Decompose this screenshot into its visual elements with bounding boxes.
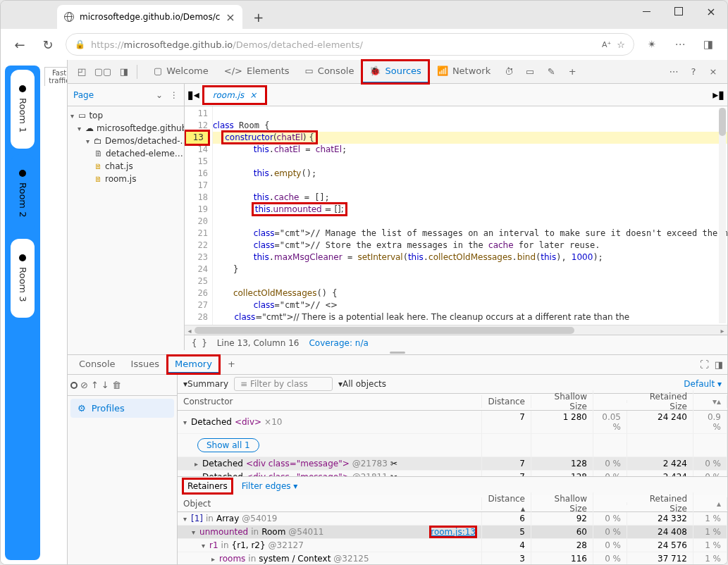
tab-elements[interactable]: </> Elements [217, 61, 297, 83]
url-bar: ← ↻ 🔒 https://microsoftedge.github.io/De… [1, 29, 727, 60]
back-button[interactable]: ← [9, 34, 30, 55]
col-retained[interactable]: Retained Size [627, 390, 693, 413]
favorite-icon[interactable]: ☆ [617, 39, 625, 50]
editor-tab-roomjs[interactable]: room.js × [204, 87, 266, 104]
device-icon[interactable]: ▢▢ [93, 62, 113, 82]
chevron-down-icon[interactable]: ⌄ [156, 90, 163, 100]
new-tab-button[interactable]: + [248, 6, 269, 27]
css-overview-icon[interactable]: ✎ [541, 62, 561, 82]
retainers-body: [1] in Array @54019 6 920 % 24 3321 %unm… [178, 512, 727, 565]
toggle-right-icon[interactable]: ▸▮ [712, 88, 724, 101]
drawer-tab-issues[interactable]: Issues [124, 356, 166, 373]
more-tools-icon[interactable]: ⋯ [664, 62, 684, 82]
show-all-button[interactable]: Show all 1 [197, 438, 259, 452]
sources-sidebar: Page ⌄⋮ ▭ top ☁ microsoftedge.github… 🗀 … [68, 84, 185, 350]
profiles-button[interactable]: ⚙ Profiles [70, 399, 174, 418]
close-icon[interactable]: × [249, 90, 257, 100]
close-window-button[interactable]: × [695, 1, 727, 22]
lock-icon: 🔒 [75, 39, 85, 49]
reader-icon[interactable]: A⁺ [602, 40, 611, 49]
inspect-icon[interactable]: ◰ [72, 62, 92, 82]
row-detached-div[interactable]: Detached <div> ×10 7 1 2800.05 % 24 2400… [178, 411, 727, 434]
room-1-button[interactable]: Room 1 [11, 70, 35, 149]
room-2-button[interactable]: Room 2 [11, 154, 35, 233]
tab-console[interactable]: ▭ Console [298, 61, 362, 83]
dock-icon[interactable]: ◨ [114, 62, 134, 82]
expand-icon[interactable]: ⛶ [700, 359, 709, 370]
refresh-button[interactable]: ↻ [37, 34, 58, 55]
dock-side-icon[interactable]: ◨ [715, 359, 723, 370]
sliders-icon: ⚙ [78, 403, 86, 414]
application-icon[interactable]: ▭ [520, 62, 540, 82]
scrollbar-h[interactable]: ◂ ▸ [185, 325, 727, 335]
close-icon[interactable]: × [226, 11, 235, 24]
scrollbar-v[interactable] [719, 108, 726, 323]
toggle-nav-icon[interactable]: ▮◂ [187, 88, 199, 101]
drawer-tab-strip: Console Issues Memory + ⛶ ◨ [68, 355, 727, 375]
kebab-icon[interactable]: ⋮ [170, 90, 178, 100]
tree-file-html[interactable]: 🗎 detached-eleme… [69, 147, 183, 160]
col-constructor[interactable]: Constructor [178, 395, 482, 408]
address-field[interactable]: 🔒 https://microsoftedge.github.io/Demos/… [66, 33, 634, 56]
row-detached-msg-2[interactable]: Detached <div class="message"> @21811 ✂ … [178, 471, 727, 476]
code-view[interactable]: 11 12 13 14 15 16 17 18 19 20 21 22 23 2… [185, 106, 727, 325]
retainers-panel: Retainers Filter edges ▾ Object Distance… [178, 476, 727, 565]
gc-icon[interactable]: 🗑 [112, 380, 121, 390]
filter-input[interactable]: ≡ Filter by class [234, 377, 333, 391]
minimize-button[interactable] [630, 1, 662, 22]
scroll-right-icon[interactable]: ▸ [717, 325, 727, 335]
more-icon[interactable]: ⋯ [670, 34, 691, 55]
col-retained2[interactable]: Retained Size [627, 492, 693, 515]
cursor-position: Line 13, Column 16 [217, 338, 300, 348]
tab-welcome[interactable]: ▢ Welcome [147, 61, 216, 83]
close-devtools-icon[interactable]: × [703, 62, 723, 82]
filter-edges[interactable]: Filter edges ▾ [242, 481, 298, 491]
dot-icon [19, 254, 26, 261]
tree-top[interactable]: ▭ top [69, 109, 183, 122]
extensions-icon[interactable]: ✴ [641, 34, 662, 55]
scroll-left-icon[interactable]: ◂ [185, 325, 195, 335]
col-shallow2[interactable]: Shallow Size [531, 492, 593, 515]
maximize-button[interactable] [662, 1, 695, 22]
load-icon[interactable]: ↑ [91, 380, 99, 390]
row-detached-msg-1[interactable]: Detached <div class="message"> @21783 ✂ … [178, 457, 727, 471]
memory-sidebar: ⊘ ↑ ↓ 🗑 ⚙ Profiles [68, 375, 178, 565]
retainers-tab[interactable]: Retainers [183, 479, 232, 493]
default-dropdown[interactable]: Default ▾ [684, 379, 722, 389]
tree-host[interactable]: ☁ microsoftedge.github… [69, 122, 183, 135]
room-3-button[interactable]: Room 3 [11, 239, 35, 318]
file-tree: ▭ top ☁ microsoftedge.github… 🗀 Demos/de… [68, 106, 184, 188]
retainer-row[interactable]: unmounted in Room @54011 room.js:13 5 60… [178, 526, 727, 539]
tree-folder[interactable]: 🗀 Demos/detached-… [69, 135, 183, 147]
scroll-thumb[interactable] [195, 327, 574, 334]
tab-network[interactable]: 📶 Network [430, 61, 498, 83]
retainer-row[interactable]: rooms in system / Context @32125 3 1160 … [178, 552, 727, 565]
tab-sources[interactable]: 🐞 Sources [362, 61, 428, 83]
source-link[interactable]: room.js:13 [431, 527, 476, 537]
col-distance[interactable]: Distance [482, 395, 531, 408]
clear-icon[interactable]: ⊘ [80, 380, 88, 390]
tree-file-roomjs[interactable]: 🗎 room.js [69, 173, 183, 185]
devtools-tab-strip: ◰ ▢▢ ◨ ▢ Welcome </> Elements ▭ Console … [68, 60, 727, 84]
col-shallow[interactable]: Shallow Size [531, 390, 593, 413]
col-object[interactable]: Object [178, 497, 482, 510]
record-icon[interactable] [70, 382, 78, 389]
performance-icon[interactable]: ⏱ [499, 62, 519, 82]
help-icon[interactable]: ? [684, 62, 703, 82]
tree-file-chatjs[interactable]: 🗎 chat.js [69, 160, 183, 173]
retainer-row[interactable]: [1] in Array @54019 6 920 % 24 3321 % [178, 512, 727, 526]
col-distance2[interactable]: Distance ▴ [482, 492, 531, 515]
sidebar-icon[interactable]: ◨ [698, 34, 719, 55]
drawer-tab-console[interactable]: Console [72, 356, 123, 373]
browser-tab[interactable]: microsoftedge.github.io/Demos/c × [57, 5, 242, 29]
drawer-add-tab[interactable]: + [221, 356, 242, 373]
coverage-link[interactable]: Coverage: n/a [309, 338, 368, 348]
drawer-tab-memory[interactable]: Memory [168, 356, 219, 373]
add-tab-icon[interactable]: + [562, 62, 582, 82]
memory-main: ▾Summary ≡ Filter by class ▾All objects … [178, 375, 727, 565]
retainer-row[interactable]: r1 in {r1, r2} @32127 4 280 % 24 5761 % [178, 539, 727, 552]
save-icon[interactable]: ↓ [101, 380, 109, 390]
page-selector[interactable]: Page ⌄⋮ [68, 84, 184, 106]
retainers-columns: Object Distance ▴ Shallow Size Retained … [178, 495, 727, 512]
pretty-print-button[interactable]: { } [192, 338, 207, 348]
